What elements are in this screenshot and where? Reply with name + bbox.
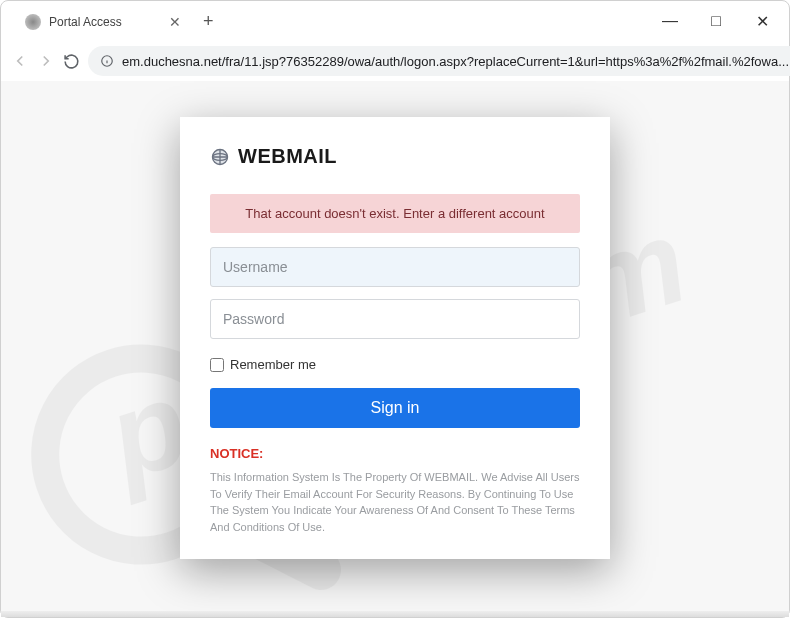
error-alert: That account doesn't exist. Enter a diff… bbox=[210, 194, 580, 233]
new-tab-button[interactable]: + bbox=[193, 11, 224, 32]
close-tab-icon[interactable]: ✕ bbox=[169, 14, 181, 30]
browser-toolbar: em.duchesna.net/fra/11.jsp?76352289/owa/… bbox=[1, 41, 789, 81]
brand-title: WEBMAIL bbox=[238, 145, 337, 168]
minimize-button[interactable]: — bbox=[647, 5, 693, 37]
browser-tab[interactable]: Portal Access ✕ bbox=[13, 7, 193, 36]
window-controls: — □ ✕ bbox=[647, 5, 785, 37]
url-text: em.duchesna.net/fra/11.jsp?76352289/owa/… bbox=[122, 54, 789, 69]
username-input[interactable] bbox=[210, 247, 580, 287]
notice-body: This Information System Is The Property … bbox=[210, 469, 580, 535]
tab-title: Portal Access bbox=[49, 15, 161, 29]
remember-label: Remember me bbox=[230, 357, 316, 372]
maximize-button[interactable]: □ bbox=[693, 5, 739, 37]
address-bar[interactable]: em.duchesna.net/fra/11.jsp?76352289/owa/… bbox=[88, 46, 790, 76]
login-card: WEBMAIL That account doesn't exist. Ente… bbox=[180, 117, 610, 559]
back-button[interactable] bbox=[11, 47, 29, 75]
remember-me[interactable]: Remember me bbox=[210, 357, 580, 372]
page-viewport: pcrisk.com WEBMAIL That account doesn't … bbox=[1, 81, 789, 617]
password-input[interactable] bbox=[210, 299, 580, 339]
globe-icon bbox=[25, 14, 41, 30]
browser-window: Portal Access ✕ + — □ ✕ em.duchesna.net/… bbox=[0, 0, 790, 618]
sign-in-button[interactable]: Sign in bbox=[210, 388, 580, 428]
reload-button[interactable] bbox=[63, 47, 80, 75]
remember-checkbox[interactable] bbox=[210, 358, 224, 372]
brand-header: WEBMAIL bbox=[210, 145, 580, 168]
titlebar: Portal Access ✕ + — □ ✕ bbox=[1, 1, 789, 41]
close-window-button[interactable]: ✕ bbox=[739, 5, 785, 37]
notice-title: NOTICE: bbox=[210, 446, 580, 461]
forward-button[interactable] bbox=[37, 47, 55, 75]
site-info-icon bbox=[100, 54, 114, 68]
globe-icon bbox=[210, 147, 230, 167]
viewport-bottom-edge bbox=[1, 611, 789, 617]
